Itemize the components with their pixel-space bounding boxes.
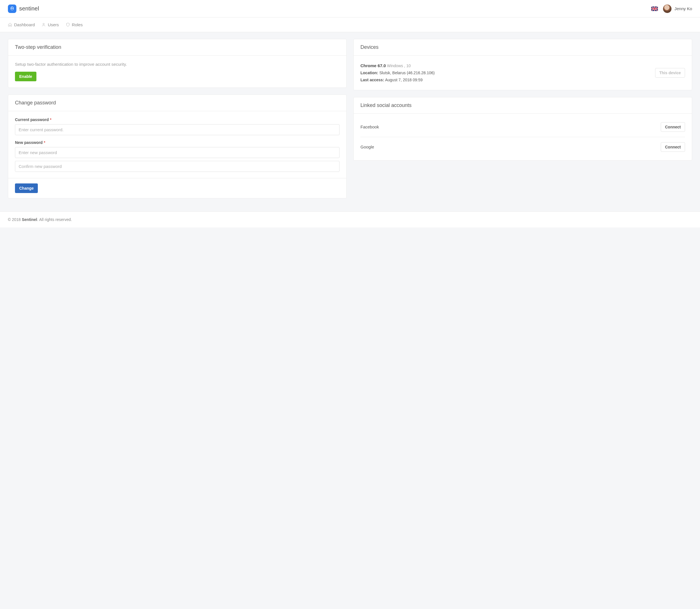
- footer-suffix: . All rights reserved.: [37, 217, 72, 222]
- social-name: Google: [360, 144, 374, 149]
- uk-flag-icon[interactable]: [651, 6, 658, 11]
- footer-brand: Sentinel: [22, 217, 37, 222]
- current-password-label: Current password *: [15, 117, 340, 122]
- brand-name: sentinel: [19, 5, 39, 12]
- footer: © 2018 Sentinel. All rights reserved.: [0, 211, 700, 227]
- two-step-desc: Setup two-factor authentication to impro…: [15, 62, 340, 67]
- two-step-card: Two-step verification Setup two-factor a…: [8, 39, 347, 88]
- user-name: Jenny Ko: [674, 6, 692, 11]
- device-last-access-value: August 7, 2018 09:59: [385, 77, 423, 82]
- social-card: Linked social accounts Facebook Connect …: [353, 97, 692, 160]
- device-last-access-label: Last access:: [360, 77, 384, 82]
- device-info: Chrome 67.0 Windows , 10 Location: Sluts…: [360, 62, 435, 84]
- social-name: Facebook: [360, 124, 379, 129]
- devices-title: Devices: [354, 39, 692, 56]
- confirm-password-input[interactable]: [15, 161, 340, 172]
- svg-point-1: [43, 23, 44, 25]
- new-password-input[interactable]: [15, 147, 340, 158]
- main-nav: Dashboard Users Roles: [0, 17, 700, 32]
- new-password-label: New password *: [15, 140, 340, 145]
- topbar: sentinel Jenny Ko: [0, 0, 700, 17]
- social-row-facebook: Facebook Connect: [360, 120, 685, 134]
- nav-dashboard-label: Dashboard: [14, 22, 35, 27]
- change-password-card: Change password Current password * New p…: [8, 94, 347, 198]
- current-password-input[interactable]: [15, 124, 340, 135]
- connect-google-button[interactable]: Connect: [661, 142, 685, 152]
- right-column: Devices Chrome 67.0 Windows , 10 Locatio…: [353, 39, 692, 160]
- left-column: Two-step verification Setup two-factor a…: [8, 39, 347, 198]
- enable-button[interactable]: Enable: [15, 72, 36, 81]
- social-row-google: Google Connect: [360, 137, 685, 154]
- device-os: Windows , 10: [387, 64, 411, 68]
- nav-roles-label: Roles: [72, 22, 83, 27]
- content: Two-step verification Setup two-factor a…: [0, 32, 700, 205]
- this-device-button: This device: [655, 68, 685, 77]
- topbar-right: Jenny Ko: [651, 4, 692, 13]
- shield-icon: [66, 22, 70, 27]
- device-browser: Chrome 67.0: [360, 63, 386, 68]
- device-location-value: Slutsk, Belarus (46.216.28.106): [379, 71, 435, 75]
- two-step-title: Two-step verification: [8, 39, 346, 56]
- change-password-title: Change password: [8, 95, 346, 111]
- nav-users-label: Users: [48, 22, 59, 27]
- social-title: Linked social accounts: [354, 97, 692, 114]
- logo[interactable]: sentinel: [8, 4, 39, 13]
- nav-dashboard[interactable]: Dashboard: [8, 22, 35, 27]
- device-location-label: Location:: [360, 71, 378, 75]
- user-icon: [41, 22, 46, 27]
- nav-roles[interactable]: Roles: [66, 22, 83, 27]
- nav-users[interactable]: Users: [41, 22, 59, 27]
- footer-prefix: © 2018: [8, 217, 22, 222]
- devices-card: Devices Chrome 67.0 Windows , 10 Locatio…: [353, 39, 692, 90]
- device-row: Chrome 67.0 Windows , 10 Location: Sluts…: [360, 62, 685, 84]
- home-icon: [8, 22, 12, 27]
- connect-facebook-button[interactable]: Connect: [661, 122, 685, 132]
- helmet-icon: [8, 4, 16, 13]
- avatar: [663, 4, 671, 13]
- change-button[interactable]: Change: [15, 184, 38, 193]
- user-menu[interactable]: Jenny Ko: [663, 4, 692, 13]
